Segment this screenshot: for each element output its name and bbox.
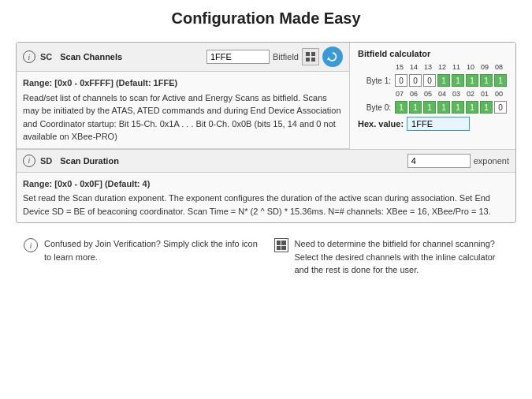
sc-header-row: i SC Scan Channels Bitfield	[17, 43, 349, 72]
sc-desc-text: Read/set list of channels to scan for Ac…	[23, 93, 341, 142]
bit-numbers-bottom-row: 07 06 05 04 03 02 01 00	[358, 90, 508, 99]
grid-icon	[306, 52, 315, 62]
byte1-label: Byte 1:	[358, 76, 391, 85]
bit-14[interactable]: 0	[409, 74, 422, 87]
hex-label: Hex. value:	[358, 119, 404, 129]
bit-numbers-top: 15 14 13 12 11 10 09 08	[393, 63, 505, 71]
bit-03[interactable]: 1	[452, 101, 464, 114]
grid-cell-1	[277, 241, 281, 245]
sc-unit: Bitfield	[273, 52, 299, 62]
tip-1-icon: i	[24, 238, 38, 252]
tip-1: i Confused by Join Verification? Simply …	[24, 237, 259, 277]
sd-info-icon[interactable]: i	[23, 155, 35, 167]
sd-header-row: i SD Scan Duration exponent	[17, 150, 515, 173]
byte0-row: Byte 0: 1 1 1 1 1 1 1 0	[358, 101, 508, 114]
bit-04[interactable]: 1	[437, 101, 450, 114]
bit-11[interactable]: 1	[452, 74, 464, 87]
bit-01[interactable]: 1	[480, 101, 493, 114]
sc-name: Scan Channels	[60, 52, 123, 62]
info-icon-tip: i	[24, 238, 38, 252]
sd-controls: exponent	[407, 154, 509, 168]
sc-info-icon[interactable]: i	[23, 50, 35, 63]
grid-cell-3	[277, 246, 281, 251]
tip-2-text: Need to determine the bitfield for chann…	[295, 237, 509, 277]
refresh-icon	[327, 51, 338, 62]
config-panel: i SC Scan Channels Bitfield	[16, 42, 516, 223]
bit-08[interactable]: 1	[494, 74, 507, 87]
svg-rect-3	[311, 58, 315, 62]
bottom-tips: i Confused by Join Verification? Simply …	[16, 237, 516, 277]
sc-range: Range: [0x0 - 0xFFFF] (Default: 1FFE)	[23, 76, 343, 90]
main-content: i SC Scan Channels Bitfield	[0, 42, 532, 277]
sc-controls: Bitfield	[206, 47, 343, 67]
bit-12[interactable]: 1	[437, 74, 450, 87]
svg-rect-2	[306, 58, 310, 62]
byte0-label: Byte 0:	[358, 103, 391, 112]
sd-value-input[interactable]	[407, 154, 471, 168]
bit-09[interactable]: 1	[480, 74, 493, 87]
hex-value-input[interactable]	[407, 117, 470, 131]
tip-1-text: Confused by Join Verification? Simply cl…	[44, 237, 259, 263]
sd-section: i SD Scan Duration exponent Range: [0x0 …	[17, 149, 515, 223]
svg-rect-1	[311, 52, 315, 56]
tip-2: Need to determine the bitfield for chann…	[274, 237, 509, 277]
grid-cell-2	[281, 241, 286, 245]
grid-icon-tip	[274, 238, 288, 252]
sc-abbr: SC	[40, 52, 52, 62]
sd-description: Range: [0x0 - 0x0F] (Default: 4) Set rea…	[17, 173, 515, 223]
bit-00[interactable]: 0	[494, 101, 507, 114]
bit-02[interactable]: 1	[466, 101, 478, 114]
svg-marker-4	[327, 57, 330, 60]
sd-range: Range: [0x0 - 0x0F] (Default: 4)	[23, 177, 509, 191]
bit-13[interactable]: 0	[423, 74, 436, 87]
sd-name: Scan Duration	[60, 156, 123, 166]
bitfield-calculator-panel: Bitfield calculator 15 14 13 12 11 10 09…	[350, 43, 515, 137]
sc-value-input[interactable]	[206, 50, 270, 64]
bit-06[interactable]: 1	[409, 101, 422, 114]
hex-row: Hex. value:	[358, 117, 508, 131]
grid-cell-4	[281, 246, 286, 251]
bit-07[interactable]: 1	[395, 101, 407, 114]
bit-15[interactable]: 0	[395, 74, 407, 87]
tip-2-icon	[274, 238, 288, 252]
sc-refresh-icon-btn[interactable]	[322, 47, 343, 67]
sd-desc-text: Set read the Scan duration exponent. The…	[23, 193, 491, 216]
sc-grid-icon-btn[interactable]	[302, 48, 319, 65]
svg-rect-0	[306, 52, 310, 56]
byte1-row: Byte 1: 0 0 0 1 1 1 1 1	[358, 74, 508, 87]
sd-unit: exponent	[474, 156, 509, 166]
bit-10[interactable]: 1	[466, 74, 478, 87]
sc-section: i SC Scan Channels Bitfield	[17, 43, 515, 149]
sc-left-panel: i SC Scan Channels Bitfield	[17, 43, 350, 149]
page-title: Configuration Made Easy	[0, 0, 532, 42]
bit-05[interactable]: 1	[423, 101, 436, 114]
sd-abbr: SD	[40, 156, 52, 166]
sc-description: Range: [0x0 - 0xFFFF] (Default: 1FFE) Re…	[17, 72, 349, 149]
bit-numbers-top-row: 15 14 13 12 11 10 09 08	[358, 63, 508, 73]
bit-numbers-bottom: 07 06 05 04 03 02 01 00	[393, 90, 505, 98]
bitfield-title: Bitfield calculator	[358, 49, 508, 58]
